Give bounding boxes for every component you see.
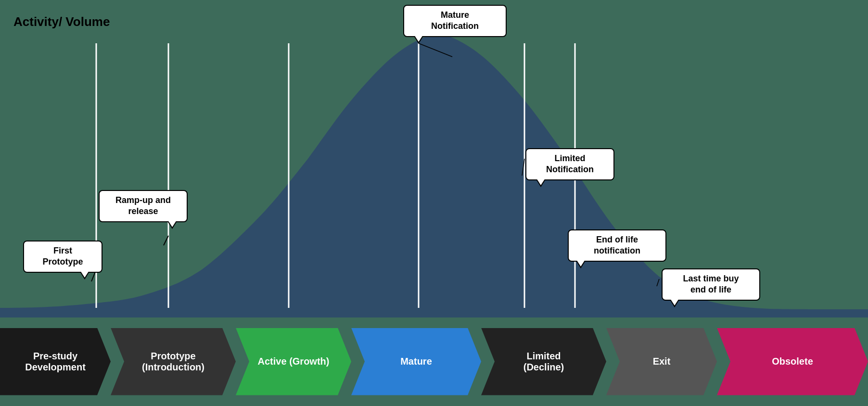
phase-active: Active (Growth) xyxy=(236,328,351,395)
callout-last-time-buy: Last time buyend of life xyxy=(662,268,760,301)
callout-rampup: Ramp-up andrelease xyxy=(99,190,188,222)
phase-prestudy: Pre-studyDevelopment xyxy=(0,328,111,395)
callout-first-prototype: FirstPrototype xyxy=(23,241,102,273)
chart-area: Activity/ Volume FirstPrototype Ramp-up … xyxy=(0,0,868,317)
phase-mature: Mature xyxy=(351,328,481,395)
phase-prototype: Prototype(Introduction) xyxy=(111,328,236,395)
phase-exit: Exit xyxy=(606,328,717,395)
y-axis-label: Activity/ Volume xyxy=(13,14,110,29)
phase-obsolete: Obsolete xyxy=(717,328,868,395)
phase-limited: Limited(Decline) xyxy=(481,328,606,395)
callout-limited-notification: LimitedNotification xyxy=(525,148,614,180)
phase-bar: Pre-studyDevelopment Prototype(Introduct… xyxy=(0,317,868,406)
callout-eol-notification: End of lifenotification xyxy=(568,229,666,262)
callout-mature-notification: MatureNotification xyxy=(403,5,507,37)
